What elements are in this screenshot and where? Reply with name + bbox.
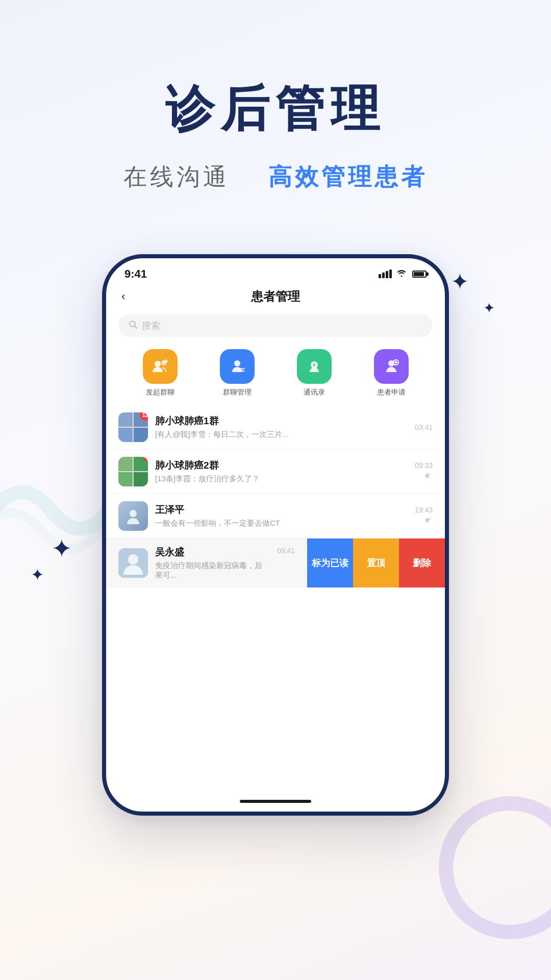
swipe-chat-info: 吴永盛 免疫治疗期间感染新冠病毒，后果可... — [155, 546, 270, 580]
hero-title: 诊后管理 — [0, 82, 551, 136]
battery-icon — [412, 271, 427, 278]
svg-point-5 — [234, 360, 240, 366]
search-icon — [129, 320, 138, 331]
swipe-chat-name: 吴永盛 — [155, 546, 270, 559]
status-time: 9:41 — [124, 267, 147, 281]
chat-name-3: 王泽平 — [155, 503, 408, 517]
quick-action-group-manage[interactable]: 群聊管理 — [220, 349, 255, 397]
swipe-btn-pin[interactable]: 置顶 — [353, 538, 399, 587]
chat-list: 12 肺小球肺癌1群 [有人@我]李雪：每日二次，一次三片... 03:41 — [106, 405, 445, 791]
svg-point-17 — [128, 554, 138, 565]
status-icons — [379, 269, 427, 279]
phone-frame: 9:41 ‹ 患者管理 — [102, 254, 449, 816]
swipe-chat-time: 09:41 — [277, 546, 295, 555]
chat-avatar-1: 12 — [118, 412, 148, 442]
mute-icon-2 — [424, 472, 433, 481]
chat-info-2: 肺小球肺癌2群 [13条]李霞：放疗治疗多久了？ — [155, 459, 408, 484]
swipe-btn-delete[interactable]: 删除 — [399, 538, 445, 587]
chat-name-1: 肺小球肺癌1群 — [155, 414, 408, 428]
chat-time-3: 19:43 — [415, 506, 433, 514]
swipe-action-buttons: 标为已读 置顶 删除 — [307, 538, 445, 587]
sparkle-1: ✦ — [450, 271, 469, 293]
nav-title: 患者管理 — [251, 288, 300, 305]
svg-point-1 — [155, 361, 161, 367]
nav-bar: ‹ 患者管理 — [106, 285, 445, 310]
wifi-icon — [396, 269, 407, 279]
group-manage-icon — [220, 349, 255, 384]
chat-preview-1: [有人@我]李雪：每日二次，一次三片... — [155, 430, 408, 439]
search-placeholder-text: 搜索 — [142, 320, 160, 332]
chat-info-1: 肺小球肺癌1群 [有人@我]李雪：每日二次，一次三片... — [155, 414, 408, 439]
sparkle-4: ✦ — [31, 567, 44, 583]
chat-avatar-3 — [118, 501, 148, 531]
start-group-icon — [143, 349, 178, 384]
quick-action-contacts[interactable]: 通讯录 — [297, 349, 332, 397]
quick-action-patient-apply[interactable]: 患者申请 — [374, 349, 409, 397]
chat-info-3: 王泽平 一般会有一些影响，不一定要去做CT — [155, 503, 408, 528]
search-bar[interactable]: 搜索 — [118, 314, 433, 337]
svg-rect-7 — [240, 370, 245, 372]
chat-meta-2: 09:33 — [415, 461, 433, 481]
sparkle-3: ✦ — [51, 536, 72, 561]
signal-icon — [379, 270, 392, 278]
chat-item-3[interactable]: 王泽平 一般会有一些影响，不一定要去做CT 19:43 — [106, 494, 445, 538]
chat-name-2: 肺小球肺癌2群 — [155, 459, 408, 472]
swipe-chat-item[interactable]: 吴永盛 免疫治疗期间感染新冠病毒，后果可... 09:41 — [106, 538, 307, 587]
home-bar-line — [240, 800, 311, 803]
group-manage-label: 群聊管理 — [223, 388, 252, 397]
chat-item-2[interactable]: 肺小球肺癌2群 [13条]李霞：放疗治疗多久了？ 09:33 — [106, 450, 445, 494]
chat-time-1: 03:41 — [415, 423, 433, 431]
chat-meta-1: 03:41 — [415, 423, 433, 431]
chat-meta-3: 19:43 — [415, 506, 433, 526]
start-group-label: 发起群聊 — [146, 388, 174, 397]
svg-point-14 — [130, 510, 137, 517]
subtitle-highlight: 高效管理患者 — [268, 163, 428, 190]
swipe-avatar — [118, 548, 148, 578]
patient-apply-icon — [374, 349, 409, 384]
hero-section: 诊后管理 在线沟通 高效管理患者 — [0, 0, 551, 224]
sparkle-2: ✦ — [483, 301, 495, 315]
swipe-btn-mark-read[interactable]: 标为已读 — [307, 538, 353, 587]
chat-time-2: 09:33 — [415, 461, 433, 470]
contacts-label: 通讯录 — [304, 388, 325, 397]
patient-apply-label: 患者申请 — [377, 388, 406, 397]
svg-rect-6 — [240, 368, 245, 370]
person-avatar-3 — [118, 501, 148, 531]
subtitle-static: 在线沟通 — [123, 163, 230, 190]
quick-actions: 发起群聊 群聊管理 — [106, 344, 445, 405]
swipe-actions-row: 吴永盛 免疫治疗期间感染新冠病毒，后果可... 09:41 标为已读 置顶 删除 — [106, 538, 445, 587]
chat-item-1[interactable]: 12 肺小球肺癌1群 [有人@我]李雪：每日二次，一次三片... 03:41 — [106, 405, 445, 450]
home-bar — [106, 791, 445, 812]
chat-badge-dot-2 — [143, 457, 148, 461]
back-button[interactable]: ‹ — [121, 290, 125, 303]
hero-subtitle: 在线沟通 高效管理患者 — [0, 161, 551, 193]
swipe-chat-preview: 免疫治疗期间感染新冠病毒，后果可... — [155, 561, 270, 580]
quick-action-start-group[interactable]: 发起群聊 — [143, 349, 178, 397]
chat-avatar-2 — [118, 457, 148, 486]
mute-icon-3 — [424, 516, 433, 526]
contacts-icon — [297, 349, 332, 384]
chat-preview-2: [13条]李霞：放疗治疗多久了？ — [155, 474, 408, 484]
chat-preview-3: 一般会有一些影响，不一定要去做CT — [155, 519, 408, 528]
status-bar: 9:41 — [106, 258, 445, 285]
